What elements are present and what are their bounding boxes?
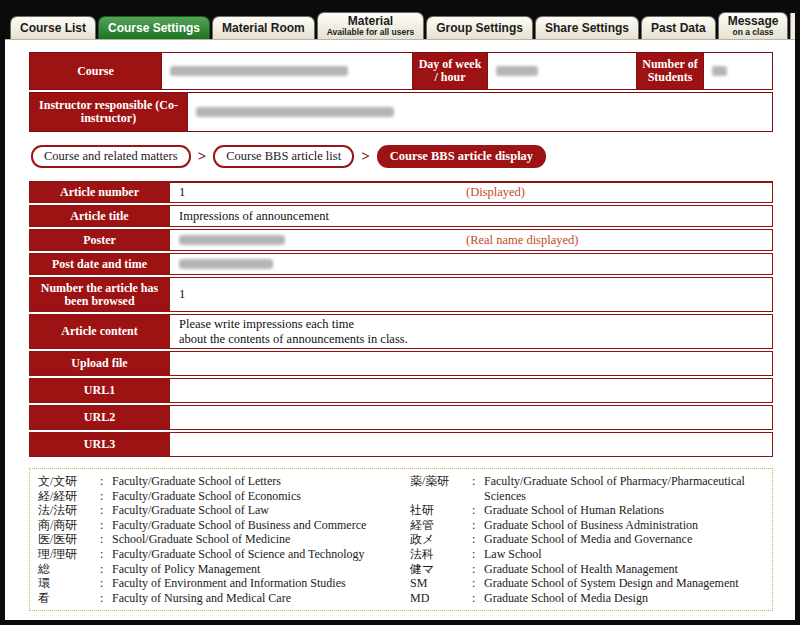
- legend-item: 経/経研:Faculty/Graduate School of Economic…: [38, 489, 410, 504]
- url2-row: URL2: [29, 405, 773, 430]
- browsed-count-label: Number the article has been browsed: [30, 278, 170, 311]
- course-label: Course: [30, 53, 162, 89]
- legend-item: 環:Faculty of Environment and Information…: [38, 576, 410, 591]
- course-header-row-1: Course Day of week / hour Number of Stud…: [29, 52, 773, 90]
- legend-item: 看:Faculty of Nursing and Medical Care: [38, 591, 410, 606]
- browsed-count-row: Number the article has been browsed 1: [29, 277, 773, 312]
- faculty-legend-left-column: 文/文研:Faculty/Graduate School of Letters …: [38, 474, 410, 605]
- legend-item: 社研:Graduate School of Human Relations: [410, 503, 764, 518]
- url3-label: URL3: [30, 433, 170, 456]
- faculty-legend-right-column: 薬/薬研:Faculty/Graduate School of Pharmacy…: [410, 474, 764, 605]
- poster-row: Poster (Real name displayed): [29, 229, 773, 251]
- blurred-students-value: [712, 66, 727, 76]
- real-name-displayed-note: (Real name displayed): [466, 233, 578, 248]
- article-number-value: 1: [179, 185, 185, 200]
- blurred-day-value: [496, 66, 538, 76]
- legend-item: 薬/薬研:Faculty/Graduate School of Pharmacy…: [410, 474, 764, 503]
- poster-label: Poster: [30, 230, 170, 250]
- instructor-value: [188, 93, 772, 131]
- tab-course-list[interactable]: Course List: [10, 16, 96, 39]
- url3-row: URL3: [29, 432, 773, 457]
- article-table: Article number 1 (Displayed) Article tit…: [29, 181, 773, 457]
- breadcrumb-course-related-matters[interactable]: Course and related matters: [31, 145, 191, 168]
- article-number-row: Article number 1 (Displayed): [29, 181, 773, 203]
- number-of-students-value: [704, 53, 772, 89]
- tab-material-subtitle: Available for all users: [327, 28, 415, 37]
- tab-material[interactable]: MaterialAvailable for all users: [317, 12, 425, 39]
- article-title-value: Impressions of announcement: [170, 206, 772, 226]
- upload-file-value: [170, 352, 772, 375]
- day-of-week-value: [488, 53, 636, 89]
- tab-course-settings[interactable]: Course Settings: [98, 16, 210, 39]
- url1-value: [170, 379, 772, 402]
- post-date-value-cell: [170, 254, 772, 274]
- tab-bar-spacer: [790, 13, 795, 39]
- day-of-week-label: Day of week / hour: [412, 53, 488, 89]
- legend-item: SM:Graduate School of System Design and …: [410, 576, 764, 591]
- legend-item: 法/法研:Faculty/Graduate School of Law: [38, 503, 410, 518]
- tab-bar: Course List Course Settings Material Roo…: [5, 5, 795, 39]
- upload-file-label: Upload file: [30, 352, 170, 375]
- faculty-legend: 文/文研:Faculty/Graduate School of Letters …: [29, 468, 773, 611]
- url1-label: URL1: [30, 379, 170, 402]
- tab-message-subtitle: on a class: [728, 28, 779, 37]
- blurred-poster-name: [179, 235, 285, 245]
- url3-value: [170, 433, 772, 456]
- blurred-post-date: [179, 259, 273, 269]
- url2-label: URL2: [30, 406, 170, 429]
- poster-value-cell: (Real name displayed): [170, 230, 772, 250]
- legend-item: 医/医研:School/Graduate School of Medicine: [38, 532, 410, 547]
- article-content-row: Article content Please write impressions…: [29, 314, 773, 349]
- tab-group-settings[interactable]: Group Settings: [426, 16, 533, 39]
- breadcrumb: Course and related matters > Course BBS …: [31, 145, 773, 168]
- legend-item: 政メ:Graduate School of Media and Governan…: [410, 532, 764, 547]
- blurred-instructor-value: [196, 107, 394, 117]
- blurred-course-name: [170, 66, 348, 76]
- displayed-note: (Displayed): [466, 185, 525, 200]
- number-of-students-label: Number of Students: [636, 53, 704, 89]
- article-number-label: Article number: [30, 183, 170, 202]
- course-header-row-2: Instructor responsible (Co-instructor): [29, 92, 773, 132]
- legend-item: 経管:Graduate School of Business Administr…: [410, 518, 764, 533]
- tab-material-room[interactable]: Material Room: [212, 16, 315, 39]
- url1-row: URL1: [29, 378, 773, 403]
- page: Course List Course Settings Material Roo…: [5, 5, 795, 620]
- article-content-value: Please write impressions each time about…: [170, 315, 772, 348]
- breadcrumb-separator-icon: >: [198, 148, 207, 165]
- post-date-label: Post date and time: [30, 254, 170, 274]
- legend-item: 総:Faculty of Policy Management: [38, 562, 410, 577]
- legend-item: 健マ:Graduate School of Health Management: [410, 562, 764, 577]
- browsed-count-value: 1: [170, 278, 772, 311]
- breadcrumb-course-bbs-article-display: Course BBS article display: [377, 145, 546, 168]
- tab-message[interactable]: Messageon a class: [718, 12, 789, 39]
- breadcrumb-course-bbs-article-list[interactable]: Course BBS article list: [213, 145, 354, 168]
- article-content-label: Article content: [30, 315, 170, 348]
- article-content-line-1: Please write impressions each time: [179, 317, 354, 332]
- article-title-row: Article title Impressions of announcemen…: [29, 205, 773, 227]
- url2-value: [170, 406, 772, 429]
- legend-item: 理/理研:Faculty/Graduate School of Science …: [38, 547, 410, 562]
- breadcrumb-separator-icon: >: [361, 148, 370, 165]
- article-number-value-cell: 1 (Displayed): [170, 183, 772, 202]
- article-title-label: Article title: [30, 206, 170, 226]
- legend-item: 商/商研:Faculty/Graduate School of Business…: [38, 518, 410, 533]
- legend-item: MD:Graduate School of Media Design: [410, 591, 764, 606]
- post-date-row: Post date and time: [29, 253, 773, 275]
- main-content: Course Day of week / hour Number of Stud…: [5, 39, 795, 620]
- tab-past-data[interactable]: Past Data: [641, 16, 716, 39]
- course-header-table: Course Day of week / hour Number of Stud…: [29, 52, 773, 132]
- instructor-label: Instructor responsible (Co-instructor): [30, 93, 188, 131]
- legend-item: 法科:Law School: [410, 547, 764, 562]
- window-frame: Course List Course Settings Material Roo…: [0, 0, 800, 625]
- article-content-line-2: about the contents of announcements in c…: [179, 332, 408, 347]
- course-value: [162, 53, 412, 89]
- upload-file-row: Upload file: [29, 351, 773, 376]
- tab-share-settings[interactable]: Share Settings: [535, 16, 639, 39]
- legend-item: 文/文研:Faculty/Graduate School of Letters: [38, 474, 410, 489]
